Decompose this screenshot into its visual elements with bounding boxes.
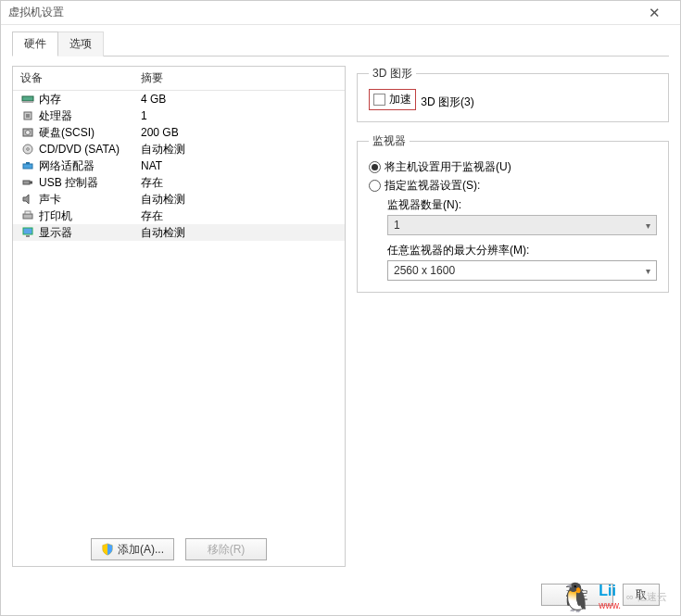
- tab-options[interactable]: 选项: [57, 31, 104, 57]
- legend-3d: 3D 图形: [369, 66, 416, 82]
- radio-specify[interactable]: 指定监视器设置(S):: [369, 178, 657, 194]
- hw-summary: 自动检测: [141, 225, 337, 241]
- hw-name: USB 控制器: [39, 175, 141, 191]
- accel-3d-highlight: 加速: [369, 89, 416, 110]
- ok-label: 确定: [566, 587, 588, 603]
- hw-row-printer[interactable]: 打印机存在: [13, 207, 345, 224]
- group-monitors: 监视器 将主机设置用于监视器(U) 指定监视器设置(S): 监视器数量(N): …: [357, 133, 669, 293]
- remove-button[interactable]: 移除(R): [185, 538, 267, 560]
- hw-row-sound[interactable]: 声卡自动检测: [13, 191, 345, 207]
- accel-3d-label: 加速: [389, 92, 411, 107]
- hw-row-display[interactable]: 显示器自动检测: [13, 224, 345, 241]
- hw-name: 网络适配器: [39, 158, 141, 174]
- hw-summary: 存在: [141, 175, 337, 191]
- window-title: 虚拟机设置: [8, 5, 64, 20]
- cancel-label: 取: [636, 587, 647, 603]
- cancel-button[interactable]: 取: [623, 584, 660, 606]
- hw-header: 设备 摘要: [13, 67, 345, 91]
- hw-name: 处理器: [39, 108, 141, 124]
- net-icon: [20, 159, 35, 172]
- accel-3d-checkbox[interactable]: [373, 94, 385, 106]
- hw-summary: 自动检测: [141, 142, 337, 157]
- accel-3d-suffix: 3D 图形(3): [421, 95, 473, 108]
- svg-rect-8: [23, 164, 32, 169]
- svg-rect-1: [22, 101, 33, 103]
- max-res-value: 2560 x 1600: [394, 264, 455, 277]
- hw-row-net[interactable]: 网络适配器NAT: [13, 157, 345, 174]
- hw-name: 显示器: [39, 225, 141, 241]
- cd-icon: [20, 143, 35, 156]
- hw-summary: NAT: [141, 159, 337, 172]
- hw-summary: 4 GB: [141, 93, 337, 106]
- svg-rect-9: [26, 162, 30, 164]
- radio-specify-control[interactable]: [369, 180, 381, 192]
- radio-specify-label: 指定监视器设置(S):: [385, 178, 480, 194]
- hw-name: 硬盘(SCSI): [39, 125, 141, 141]
- svg-rect-11: [30, 182, 32, 184]
- display-icon: [20, 226, 35, 239]
- hw-row-cd[interactable]: CD/DVD (SATA)自动检测: [13, 141, 345, 157]
- close-icon[interactable]: ✕: [636, 1, 673, 25]
- sound-icon: [20, 193, 35, 206]
- monitor-subgroup: 监视器数量(N): 1 ▾ 任意监视器的最大分辨率(M): 2560 x 160…: [387, 197, 657, 281]
- tab-hardware[interactable]: 硬件: [12, 31, 58, 57]
- svg-rect-15: [26, 235, 30, 237]
- hw-summary: 存在: [141, 208, 337, 224]
- chevron-down-icon: ▾: [646, 266, 650, 276]
- dialog-footer: 确定 取 🐧 Lii www. ∞ 亿速云: [1, 574, 680, 615]
- svg-rect-3: [26, 114, 30, 118]
- ok-button[interactable]: 确定: [541, 584, 613, 606]
- usb-icon: [20, 176, 35, 189]
- tabbar: 硬件 选项: [1, 25, 680, 56]
- vm-settings-window: 虚拟机设置 ✕ 硬件 选项 设备 摘要 内存4 GB处理器1硬盘(SCSI)20…: [0, 0, 681, 616]
- hw-row-disk[interactable]: 硬盘(SCSI)200 GB: [13, 124, 345, 141]
- svg-rect-13: [25, 211, 31, 214]
- printer-icon: [20, 209, 35, 222]
- hardware-list[interactable]: 内存4 GB处理器1硬盘(SCSI)200 GBCD/DVD (SATA)自动检…: [13, 91, 345, 533]
- monitor-count-label: 监视器数量(N):: [387, 197, 657, 213]
- add-label: 添加(A)...: [118, 542, 164, 558]
- max-res-label: 任意监视器的最大分辨率(M):: [387, 243, 657, 258]
- monitor-count-value: 1: [394, 219, 400, 232]
- max-res-select[interactable]: 2560 x 1600 ▾: [387, 260, 657, 281]
- svg-rect-14: [23, 228, 32, 234]
- right-panel: 3D 图形 加速 3D 图形(3) 监视器 将主机设置用于监视器(U) 指定监视…: [357, 66, 669, 567]
- radio-use-host-control[interactable]: [369, 161, 381, 173]
- hw-row-memory[interactable]: 内存4 GB: [13, 91, 345, 107]
- hw-name: CD/DVD (SATA): [39, 143, 141, 156]
- shield-icon: [101, 543, 114, 556]
- legend-monitors: 监视器: [369, 133, 410, 149]
- col-device: 设备: [20, 70, 141, 86]
- svg-point-5: [26, 131, 31, 135]
- svg-rect-10: [23, 181, 30, 184]
- cpu-icon: [20, 109, 35, 122]
- titlebar: 虚拟机设置 ✕: [1, 1, 680, 25]
- svg-rect-0: [22, 96, 33, 101]
- memory-icon: [20, 93, 35, 106]
- svg-rect-12: [23, 214, 32, 219]
- hw-summary: 自动检测: [141, 192, 337, 207]
- hw-name: 内存: [39, 92, 141, 107]
- content-area: 设备 摘要 内存4 GB处理器1硬盘(SCSI)200 GBCD/DVD (SA…: [1, 57, 680, 574]
- svg-point-7: [27, 148, 30, 151]
- disk-icon: [20, 126, 35, 139]
- hw-name: 打印机: [39, 208, 141, 224]
- hw-row-cpu[interactable]: 处理器1: [13, 107, 345, 124]
- hardware-panel: 设备 摘要 内存4 GB处理器1硬盘(SCSI)200 GBCD/DVD (SA…: [12, 66, 346, 567]
- monitor-count-select[interactable]: 1 ▾: [387, 215, 657, 235]
- radio-use-host[interactable]: 将主机设置用于监视器(U): [369, 159, 657, 175]
- add-button[interactable]: 添加(A)...: [91, 538, 174, 560]
- hw-row-usb[interactable]: USB 控制器存在: [13, 174, 345, 191]
- chevron-down-icon: ▾: [646, 220, 650, 231]
- hw-footer-buttons: 添加(A)... 移除(R): [13, 533, 345, 566]
- hw-summary: 200 GB: [141, 126, 337, 139]
- hw-summary: 1: [141, 109, 337, 122]
- remove-label: 移除(R): [208, 542, 246, 558]
- radio-use-host-label: 将主机设置用于监视器(U): [385, 159, 511, 175]
- group-3d: 3D 图形 加速 3D 图形(3): [357, 66, 669, 122]
- col-summary: 摘要: [141, 70, 337, 86]
- hw-name: 声卡: [39, 192, 141, 207]
